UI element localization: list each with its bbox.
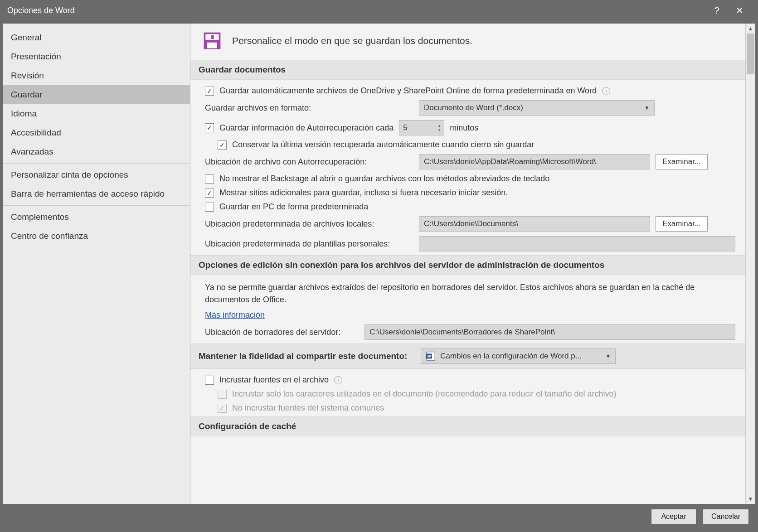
info-icon[interactable]: i (602, 87, 610, 95)
dialog-buttons: Aceptar Cancelar (3, 504, 755, 529)
label-embed-fonts: Incrustar fuentes en el archivo (219, 375, 329, 385)
cancel-button[interactable]: Cancelar (703, 509, 749, 524)
input-recoverloc[interactable]: C:\Users\donie\AppData\Roaming\Microsoft… (419, 154, 650, 169)
section-cache: Configuración de caché (190, 416, 745, 436)
info-icon[interactable]: i (334, 376, 342, 384)
close-button[interactable]: ✕ (728, 0, 751, 21)
scroll-up-icon[interactable]: ▲ (746, 24, 755, 34)
label-embed-used: Incrustar solo los caracteres utilizados… (232, 389, 616, 399)
input-templateloc[interactable] (419, 236, 735, 251)
offline-description: Ya no se permite guardar archivos extraí… (205, 281, 735, 306)
sidebar-item-presentacion[interactable]: Presentación (3, 47, 190, 66)
chevron-down-icon: ▼ (605, 353, 611, 359)
label-minutes: minutos (450, 123, 478, 133)
spinner-autorecover-minutes[interactable]: ▴▾ (399, 120, 444, 135)
checkbox-savepc[interactable] (205, 203, 214, 212)
svg-rect-2 (211, 35, 214, 39)
label-recoverloc: Ubicación de archivo con Autorrecuperaci… (205, 157, 413, 167)
help-button[interactable]: ? (705, 0, 728, 21)
word-doc-icon: W (426, 351, 436, 361)
checkbox-nobackstage[interactable] (205, 174, 214, 184)
sidebar-item-toolbar[interactable]: Barra de herramientas de acceso rápido (3, 184, 190, 203)
checkbox-keeplast[interactable]: ✓ (218, 140, 227, 150)
checkbox-autorecover[interactable]: ✓ (205, 123, 214, 132)
chevron-down-icon: ▼ (644, 105, 650, 111)
label-addplaces: Mostrar sitios adicionales para guardar,… (219, 188, 508, 198)
label-autosave: Guardar automáticamente archivos de OneD… (219, 86, 597, 96)
label-nobackstage: No mostrar el Backstage al abrir o guard… (219, 174, 549, 184)
more-info-link[interactable]: Más información (205, 310, 265, 319)
checkbox-autosave[interactable]: ✓ (205, 87, 214, 96)
client-area: General Presentación Revisión Guardar Id… (0, 21, 758, 532)
sidebar-item-avanzadas[interactable]: Avanzadas (3, 142, 190, 161)
window-title: Opciones de Word (7, 6, 75, 15)
section-fidelity: Mantener la fidelidad al compartir este … (190, 343, 745, 369)
browse-local-button[interactable]: Examinar... (656, 216, 708, 232)
label-autorecover: Guardar información de Autorrecuperación… (219, 123, 394, 133)
svg-text:W: W (428, 354, 431, 358)
label-draftsloc: Ubicación de borradores del servidor: (205, 328, 359, 337)
input-autorecover[interactable] (399, 120, 435, 135)
label-keeplast: Conservar la última versión recuperada a… (232, 140, 534, 150)
input-draftsloc[interactable]: C:\Users\donie\Documents\Borradores de S… (364, 324, 735, 340)
vertical-scrollbar[interactable]: ▲ ▼ (745, 24, 755, 504)
sidebar-item-accesibilidad[interactable]: Accesibilidad (3, 123, 190, 142)
save-icon (201, 30, 223, 52)
label-format: Guardar archivos en formato: (205, 103, 413, 113)
options-sidebar: General Presentación Revisión Guardar Id… (3, 24, 190, 504)
input-localloc[interactable]: C:\Users\donie\Documents\ (419, 216, 650, 232)
checkbox-embed-sys: ✓ (218, 404, 227, 413)
svg-rect-3 (207, 43, 217, 48)
section-save-documents: Guardar documentos (190, 60, 745, 80)
ok-button[interactable]: Aceptar (651, 509, 696, 524)
section-offline-editing: Opciones de edición sin conexión para lo… (190, 255, 745, 275)
checkbox-embed-fonts[interactable] (205, 376, 214, 385)
page-title: Personalice el modo en que se guardan lo… (232, 35, 472, 46)
dropdown-document[interactable]: W Cambios en la configuración de Word p.… (421, 348, 616, 364)
checkbox-addplaces[interactable]: ✓ (205, 189, 214, 198)
checkbox-embed-used (218, 390, 227, 399)
label-templateloc: Ubicación predeterminada de plantillas p… (205, 239, 413, 249)
dropdown-format[interactable]: Documento de Word (*.docx) ▼ (419, 100, 655, 116)
browse-recover-button[interactable]: Examinar... (656, 154, 708, 169)
sidebar-item-complementos[interactable]: Complementos (3, 208, 190, 227)
options-content: Personalice el modo en que se guardan lo… (190, 24, 745, 504)
sidebar-item-cinta[interactable]: Personalizar cinta de opciones (3, 165, 190, 184)
scrollbar-thumb[interactable] (747, 34, 754, 74)
label-savepc: Guardar en PC de forma predeterminada (219, 202, 368, 212)
label-localloc: Ubicación predeterminada de archivos loc… (205, 219, 413, 229)
label-fidelity: Mantener la fidelidad al compartir este … (199, 351, 407, 361)
label-embed-sys: No incrustar fuentes del sistema comunes (232, 403, 384, 413)
sidebar-item-confianza[interactable]: Centro de confianza (3, 227, 190, 246)
sidebar-item-general[interactable]: General (3, 28, 190, 47)
titlebar: Opciones de Word ? ✕ (0, 0, 758, 21)
sidebar-item-idioma[interactable]: Idioma (3, 104, 190, 123)
sidebar-item-revision[interactable]: Revisión (3, 66, 190, 85)
sidebar-item-guardar[interactable]: Guardar (3, 85, 190, 104)
scroll-down-icon[interactable]: ▼ (746, 494, 755, 504)
